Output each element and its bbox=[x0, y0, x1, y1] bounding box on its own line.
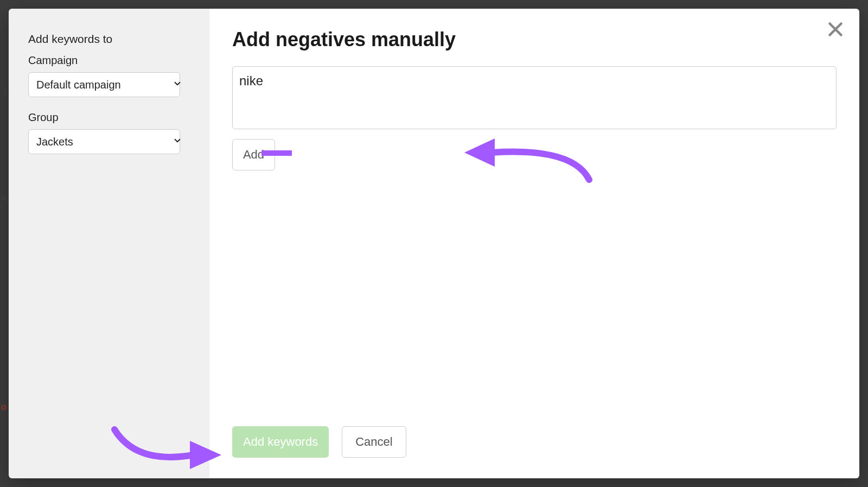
modal-title: Add negatives manually bbox=[232, 28, 837, 51]
sidebar-title: Add keywords to bbox=[28, 33, 190, 46]
add-button[interactable]: Add bbox=[232, 139, 275, 170]
keyword-input[interactable] bbox=[232, 66, 837, 129]
campaign-select[interactable]: Default campaign bbox=[28, 72, 190, 97]
close-button[interactable] bbox=[826, 20, 845, 39]
keyword-input-wrap bbox=[232, 66, 837, 131]
group-select-value: Jackets bbox=[36, 136, 73, 148]
add-negatives-modal: Add keywords to Campaign Default campaig… bbox=[9, 9, 859, 478]
modal-footer: Add keywords Cancel bbox=[232, 415, 837, 463]
bg-text: A bbox=[1, 193, 7, 204]
add-keywords-button[interactable]: Add keywords bbox=[232, 426, 329, 458]
campaign-select-value: Default campaign bbox=[36, 79, 121, 91]
group-label: Group bbox=[28, 111, 190, 124]
group-select[interactable]: Jackets bbox=[28, 129, 190, 154]
sidebar: Add keywords to Campaign Default campaig… bbox=[9, 9, 209, 478]
bg-text: S bbox=[1, 87, 7, 98]
main-panel: Add negatives manually Add Add keywords … bbox=[209, 9, 859, 478]
bg-text: o bbox=[1, 402, 6, 413]
cancel-button[interactable]: Cancel bbox=[342, 426, 406, 458]
campaign-label: Campaign bbox=[28, 54, 190, 67]
